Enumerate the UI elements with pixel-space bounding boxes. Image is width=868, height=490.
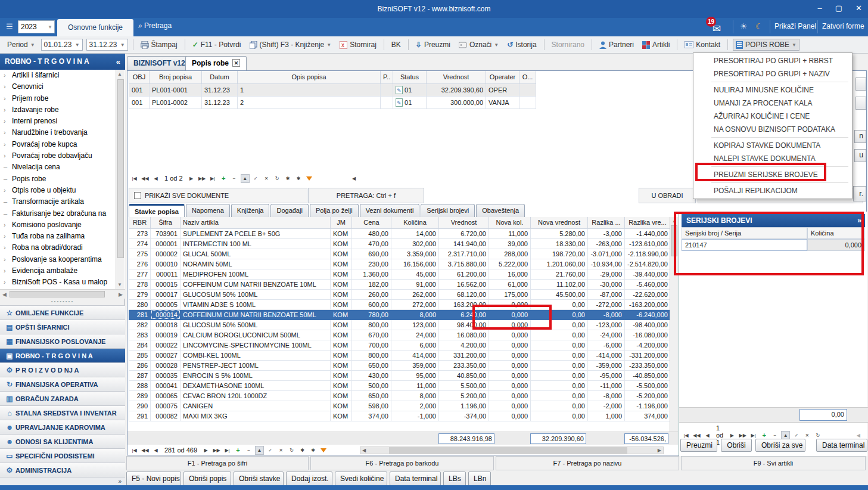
footer-button-lbn[interactable]: LBn — [468, 472, 491, 486]
table-row[interactable]: 291000082MAXI MIX 3KGKOM374,00-1,000-374… — [129, 411, 671, 421]
nav-next-icon[interactable]: ▶ — [201, 446, 210, 454]
sidebar-section-item[interactable]: ▥OBRAČUN ZARADA — [0, 391, 125, 405]
menu-item[interactable]: AŽURIRAJ KOLIČINE I CENE — [693, 110, 852, 123]
sidebar-section-item[interactable]: ▭SPECIFIČNI PODSISTEMI — [0, 448, 125, 463]
column-header[interactable]: Status — [393, 71, 427, 83]
post-button[interactable]: (Shift) F3 - Knjiženje ▼ — [247, 39, 334, 50]
nav-last-icon[interactable]: ▶| — [223, 446, 232, 454]
tab-popis-robe[interactable]: Popis robe✕ — [185, 56, 247, 70]
close-forms-button[interactable]: Zatvori forme — [822, 22, 864, 30]
tab-biznisoft[interactable]: BIZNISOFT v12 — [127, 56, 192, 70]
scroll-left-icon[interactable]: ◀ — [362, 448, 366, 453]
sidebar-tree-item[interactable]: ›Poslovanje sa kooperantima — [0, 254, 125, 265]
sidebar-tree-item[interactable]: –Transformacije artikala — [0, 196, 125, 207]
mail-button[interactable]: ✉ 19 — [711, 19, 729, 35]
preuzmi-button[interactable]: Preuzmi — [680, 439, 717, 452]
tree-hscrollbar[interactable]: ◀ ▶ — [0, 289, 125, 299]
scroll-up-icon[interactable]: ▲ — [117, 72, 122, 77]
popis-robe-menu-button[interactable]: POPIS ROBE ▼ — [733, 39, 799, 51]
menu-item[interactable]: KOPIRAJ STAVKE DOKUMENTA — [693, 139, 852, 152]
print-button[interactable]: Štampaj — [138, 39, 180, 50]
sidebar-tree-item[interactable]: ›BizniSoft POS - Kasa u malop — [0, 277, 125, 288]
sidebar-section-item[interactable]: ☻UPRAVLJANJE KADROVIMA — [0, 420, 125, 434]
table-row[interactable]: 286000028PENSTREP-JECT 100MLKOM650,00359… — [129, 360, 671, 370]
footer-button-data-terminal[interactable]: Data terminal — [390, 472, 441, 486]
nav-last-icon[interactable]: ▶| — [209, 175, 217, 182]
nav-delete-icon[interactable]: − — [770, 432, 779, 439]
nav-bookmark-icon[interactable]: ✱ — [284, 175, 293, 182]
column-header[interactable]: Razlika ... — [588, 217, 625, 228]
tab-pretraga[interactable]: ⌕ Pretraga — [138, 21, 172, 30]
data-terminal-button[interactable]: Data terminal — [816, 439, 867, 452]
nav-post-icon[interactable]: ✓ — [266, 446, 275, 454]
nav-bookmark2-icon[interactable]: ✱ — [294, 175, 303, 182]
checkbox-icon[interactable] — [134, 192, 141, 199]
minimize-icon[interactable]: – — [818, 4, 822, 13]
nav-cancel-icon[interactable]: ✕ — [262, 175, 271, 182]
sidebar-section-item[interactable]: ⌂STALNA SREDSTVA I INVENTAR — [0, 405, 125, 420]
nav-prior-icon[interactable]: ◀ — [703, 432, 712, 439]
menu-item[interactable]: PRESORTIRAJ PO GRUPI + RBRST — [693, 54, 852, 67]
table-row[interactable]: 287000035ENROCIN S 5% 100MLKOM430,0095,0… — [129, 370, 671, 380]
nav-prior-page-icon[interactable]: ◀◀ — [141, 175, 150, 182]
nav-prior-icon[interactable]: ◀ — [151, 175, 160, 182]
table-row[interactable]: 277000011MEDIPROFEN 100MLKOM1.360,0045,0… — [129, 269, 671, 279]
scroll-thumb[interactable] — [671, 225, 677, 256]
column-header[interactable]: Nova vrednost — [531, 217, 588, 228]
nav-refresh-icon[interactable]: ↻ — [273, 175, 282, 182]
sidebar-tree-item[interactable]: ›Interni prenosi — [0, 116, 125, 127]
date-to-input[interactable]: 31.12.23▼ — [86, 39, 128, 51]
nav-cancel-icon[interactable]: ✕ — [276, 446, 285, 454]
table-row[interactable]: 282000018GLUCOSUM 50% 500MLKOM800,00123,… — [129, 320, 671, 330]
nav-next-page-icon[interactable]: ▶▶ — [212, 446, 221, 454]
table-row[interactable]: 276000010NORAMIN 50MLKOM230,0016.156,000… — [129, 259, 671, 269]
sidebar-section-item[interactable]: ↻FINANSIJSKA OPERATIVA — [0, 377, 125, 391]
column-header[interactable]: Razlika vre... — [625, 217, 671, 228]
scroll-right-icon[interactable]: ▶ — [658, 448, 661, 453]
sidebar-section-active[interactable]: ▣ROBNO - T R G O V I N A — [0, 348, 125, 362]
nav-bookmark-icon[interactable]: ✱ — [298, 446, 307, 454]
nav-edit-icon[interactable]: ▲ — [241, 174, 250, 183]
column-header[interactable]: O... — [519, 71, 536, 83]
table-row[interactable]: 284000022LINCOMYCINE-SPECTINOMYCINE 100M… — [129, 340, 671, 350]
sidebar-tree-item[interactable]: ›Prijem robe — [0, 93, 125, 104]
nav-prior-page-icon[interactable]: ◀◀ — [692, 432, 701, 439]
column-header[interactable]: Količina — [391, 217, 439, 228]
nav-insert-icon[interactable]: + — [219, 173, 228, 183]
scroll-right-icon[interactable]: ▶ — [119, 291, 123, 297]
serial-row[interactable]: 210147 0,000 — [682, 239, 865, 251]
dark-mode-icon[interactable]: ☾ — [755, 21, 763, 31]
storno-button[interactable]: xStorniraj — [337, 39, 379, 50]
nav-next-page-icon[interactable]: ▶▶ — [198, 175, 207, 182]
history-button[interactable]: ↺Istorija — [505, 39, 539, 50]
splitter-handle[interactable]: •••••••• — [0, 299, 125, 305]
scroll-thumb[interactable] — [389, 447, 627, 454]
table-row[interactable]: 279000017GLUCOSUM 50% 100MLKOM260,00262,… — [129, 289, 671, 299]
table-row[interactable]: 001PL001-000131.12.2310132.209.390,60OPE… — [129, 83, 536, 96]
sidebar-section-item[interactable]: ☻ODNOSI SA KLIJENTIMA — [0, 434, 125, 448]
sidebar-section-item[interactable]: ⚙P R O I Z V O D NJ A — [0, 362, 125, 377]
column-header[interactable]: Broj popisa — [150, 71, 202, 83]
sidebar-tree-item[interactable]: ›Narudžbine i trebovanja — [0, 127, 125, 138]
articles-button[interactable]: Artikli — [640, 39, 672, 50]
filter-icon[interactable] — [321, 448, 326, 452]
sidebar-tree-item[interactable]: ›Tuđa roba na zalihama — [0, 231, 125, 242]
mark-button[interactable]: Označi ▼ — [456, 39, 501, 50]
column-header[interactable]: Datum — [202, 71, 238, 83]
menu-item[interactable]: NALEPI STAVKE DOKUMENTA — [693, 152, 852, 165]
items-vscrollbar[interactable]: ▲ ▼ — [670, 217, 678, 445]
show-all-documents-checkbox[interactable]: PRIKAŽI SVE DOKUMENTE — [129, 188, 307, 203]
scroll-up-icon[interactable]: ▲ — [672, 218, 677, 224]
footer-button-f5-novi-popis[interactable]: F5 - Novi popis — [126, 472, 181, 486]
nav-post-icon[interactable]: ✓ — [251, 175, 260, 182]
detail-tab-knji-enja[interactable]: Knjiženja — [231, 204, 270, 217]
menu-item[interactable]: POŠALJI REPLIKACIJOM — [693, 184, 852, 197]
sidebar-tree-item[interactable]: ›Izdavanje robe — [0, 104, 125, 116]
sidebar-tree-item[interactable]: ›Povraćaj robe kupca — [0, 139, 125, 150]
scroll-left-icon[interactable]: ◀ — [854, 432, 863, 439]
column-header[interactable]: Naziv artikla — [181, 217, 331, 228]
table-row[interactable]: 290000075CANIGENKOM598,002,0001.196,000,… — [129, 401, 671, 411]
sidebar-tree-item[interactable]: ›Komisiono poslovanje — [0, 219, 125, 231]
chevron-right-double-icon[interactable]: » — [857, 214, 861, 227]
tree-vscrollbar[interactable]: ▲ ▼ — [116, 70, 125, 289]
